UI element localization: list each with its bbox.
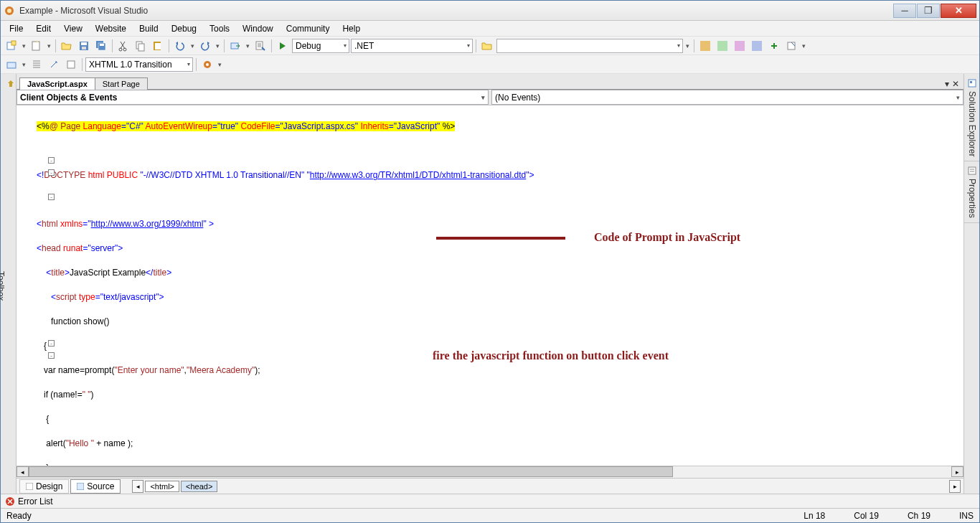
close-button[interactable]: ✕ <box>941 4 976 18</box>
code: " > <box>203 219 214 229</box>
doctype-combo[interactable]: XHTML 1.0 Transition <box>85 57 193 72</box>
undo-icon[interactable] <box>172 38 188 54</box>
scroll-left-icon[interactable]: ◂ <box>17 466 29 477</box>
dropdown-icon[interactable]: ▾ <box>46 42 52 50</box>
breadcrumb-html[interactable]: <html> <box>145 481 179 492</box>
find-icon[interactable] <box>253 38 268 54</box>
fold-icon[interactable]: - <box>48 340 55 347</box>
dropdown-icon[interactable]: ▾ <box>21 42 27 50</box>
code: JavaScript Example <box>70 268 146 278</box>
svg-rect-16 <box>155 43 161 50</box>
open-icon[interactable] <box>59 38 75 54</box>
breadcrumb-next-icon[interactable]: ▸ <box>949 480 961 493</box>
code: ="true" <box>212 121 238 131</box>
tab-close-icon[interactable]: ✕ <box>952 79 959 89</box>
dropdown-icon[interactable]: ▾ <box>801 42 807 50</box>
code: title <box>153 268 166 278</box>
tb-icon[interactable] <box>46 57 62 72</box>
fold-icon[interactable]: - <box>48 169 55 176</box>
dropdown-icon[interactable]: ▾ <box>217 61 223 68</box>
start-debug-icon[interactable] <box>275 38 291 54</box>
error-list-bar[interactable]: Error List <box>1 494 979 508</box>
tb-icon[interactable] <box>697 38 713 54</box>
dropdown-icon[interactable]: ▾ <box>21 61 27 68</box>
code: < <box>37 268 51 278</box>
source-view-button[interactable]: Source <box>70 479 121 494</box>
config-combo[interactable]: Debug <box>292 39 349 53</box>
paste-icon[interactable] <box>150 38 166 54</box>
menu-edit[interactable]: Edit <box>30 22 57 35</box>
toolbox-tab[interactable]: Toolbox <box>1 74 17 494</box>
tab-dropdown-icon[interactable]: ▾ <box>945 79 949 89</box>
tb-icon[interactable] <box>4 57 19 72</box>
tb-icon[interactable] <box>63 57 79 72</box>
fold-icon[interactable]: - <box>48 352 55 359</box>
solution-explorer-tab[interactable]: Solution Explorer <box>964 74 979 161</box>
menu-build[interactable]: Build <box>133 22 164 35</box>
add-item-icon[interactable] <box>29 38 44 54</box>
redo-icon[interactable] <box>197 38 213 54</box>
titlebar[interactable]: Example - Microsoft Visual Studio ─ ❐ ✕ <box>1 1 979 21</box>
svg-rect-22 <box>752 41 762 51</box>
annotation-line <box>436 237 565 240</box>
save-icon[interactable] <box>76 38 92 54</box>
breadcrumb-head[interactable]: <head> <box>181 481 217 492</box>
tb-icon[interactable] <box>715 38 730 54</box>
event-combo[interactable]: (No Events) <box>491 90 963 105</box>
maximize-button[interactable]: ❐ <box>917 4 940 18</box>
menu-window[interactable]: Window <box>237 22 279 35</box>
dropdown-icon[interactable]: ▾ <box>684 42 691 50</box>
right-panel-tabs: Solution Explorer Properties <box>963 74 979 494</box>
tb-icon[interactable] <box>766 38 782 54</box>
code: runat <box>61 243 83 253</box>
menu-debug[interactable]: Debug <box>166 22 202 35</box>
horizontal-scrollbar[interactable]: ◂ ▸ <box>17 466 963 478</box>
properties-tab[interactable]: Properties <box>964 161 979 223</box>
scroll-thumb[interactable] <box>29 466 673 477</box>
minimize-button[interactable]: ─ <box>893 4 916 18</box>
code: ); <box>255 365 260 375</box>
copy-icon[interactable] <box>133 38 149 54</box>
tb-icon[interactable] <box>749 38 765 54</box>
svg-rect-24 <box>7 62 16 68</box>
object-combo[interactable]: Client Objects & Events <box>17 90 489 105</box>
code: ="JavaScript.aspx.cs" <box>275 121 358 131</box>
scroll-right-icon[interactable]: ▸ <box>951 466 963 477</box>
code: http://www.w3.org/TR/xhtml1/DTD/xhtml1-t… <box>310 170 526 180</box>
cut-icon[interactable] <box>116 38 131 54</box>
dropdown-icon[interactable]: ▾ <box>215 42 221 50</box>
menu-tools[interactable]: Tools <box>204 22 235 35</box>
solution-explorer-label: Solution Explorer <box>967 91 977 156</box>
breadcrumb-prev-icon[interactable]: ◂ <box>132 480 143 493</box>
svg-rect-4 <box>32 42 39 50</box>
dropdown-icon[interactable]: ▾ <box>245 42 251 50</box>
menu-community[interactable]: Community <box>281 22 336 35</box>
save-all-icon[interactable] <box>93 38 109 54</box>
tb-icon[interactable] <box>199 57 215 72</box>
menu-file[interactable]: File <box>4 22 29 35</box>
code: var name=prompt( <box>37 365 114 375</box>
tb-icon[interactable] <box>29 57 44 72</box>
tab-javascript-aspx[interactable]: JavaScript.aspx <box>19 77 95 90</box>
code-editor[interactable]: <%@ Page Language="C#" AutoEventWireup="… <box>17 105 963 466</box>
code: < <box>37 292 56 302</box>
tb-icon[interactable] <box>783 38 799 54</box>
tab-start-page[interactable]: Start Page <box>95 77 148 90</box>
dropdown-icon[interactable]: ▾ <box>189 42 196 50</box>
search-combo[interactable] <box>496 39 683 53</box>
new-project-icon[interactable] <box>4 38 19 54</box>
fold-icon[interactable]: - <box>48 157 55 164</box>
code: { <box>37 414 49 424</box>
error-icon <box>5 496 15 506</box>
folder-icon[interactable] <box>479 38 495 54</box>
design-view-button[interactable]: Design <box>19 479 69 494</box>
menu-help[interactable]: Help <box>336 22 366 35</box>
navigate-icon[interactable] <box>227 38 243 54</box>
tb-icon[interactable] <box>732 38 748 54</box>
fold-icon[interactable]: - <box>48 194 55 200</box>
platform-combo[interactable]: .NET <box>351 39 473 53</box>
menu-view[interactable]: View <box>58 22 88 35</box>
menu-website[interactable]: Website <box>90 22 132 35</box>
svg-rect-21 <box>735 41 745 51</box>
code-content[interactable]: <%@ Page Language="C#" AutoEventWireup="… <box>17 105 963 466</box>
